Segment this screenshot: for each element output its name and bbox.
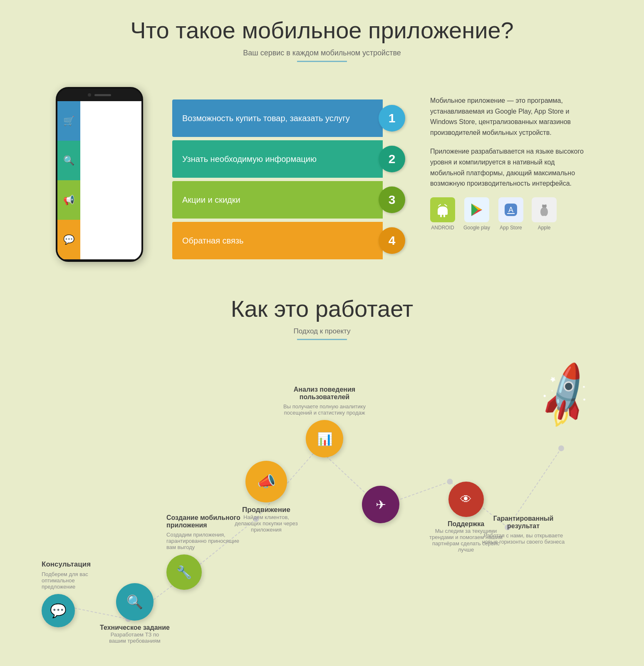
section2-subtitle: Подход к проекту (33, 327, 611, 335)
app-store-label: App Store (500, 225, 522, 231)
phone-top-bar (57, 89, 141, 101)
node-tz-desc: Разработаем ТЗ по вашим требованиям (102, 631, 168, 644)
feature-text-4: Обратная связь (182, 236, 243, 246)
node-analytics-title: Анализ поведения пользователей (283, 386, 366, 401)
svg-line-2 (438, 204, 441, 206)
workflow-node-flight: ✈ (362, 486, 399, 523)
feature-text-3: Акции и скидки (182, 195, 240, 205)
title-underline (297, 61, 347, 62)
feature-item-4: Обратная связь 4 (172, 222, 405, 259)
workflow-node-tz: 🔍 Техническое задание Разработаем ТЗ по … (100, 583, 170, 644)
phone-mockup: 🛒 🔍 📢 💬 (56, 87, 147, 262)
feature-item-1: Возможность купить товар, заказать услуг… (172, 99, 405, 137)
section1-header: Что такое мобильное приложение? Ваш серв… (0, 0, 644, 87)
node-consultation-title: Консультация (42, 560, 91, 569)
right-description: Мобильное приложение — это программа, ус… (430, 87, 588, 231)
feature-text-2: Узнать необходимую информацию (182, 154, 317, 164)
phone-speaker (94, 94, 111, 96)
feature-bar-4: Обратная связь (172, 222, 383, 259)
feature-text-1: Возможность купить товар, заказать услуг… (182, 114, 350, 123)
features-list: Возможность купить товар, заказать услуг… (172, 87, 405, 259)
store-apple: Apple (532, 197, 557, 231)
store-app-store: A App Store (498, 197, 523, 231)
phone-home-btn (95, 261, 104, 262)
main-title: Что такое мобильное приложение? (33, 17, 611, 44)
node-consultation-desc: Подберем для вас оптимальное предложение (42, 571, 108, 590)
svg-point-19 (558, 445, 564, 451)
phone-icon-cart: 🛒 (57, 101, 80, 141)
feature-number-1: 1 (379, 105, 405, 132)
node-consultation-circle: 💬 (42, 594, 75, 627)
google-play-label: Google play (463, 225, 490, 231)
node-result-title: Гарантированный результат (478, 515, 569, 530)
store-android: ANDROID (430, 197, 455, 231)
node-analytics-desc: Вы получаете полную аналитику посещений … (283, 403, 366, 416)
node-support-circle: 👁 (448, 482, 484, 517)
app-store-icon: A (498, 197, 523, 222)
node-flight-circle: ✈ (362, 486, 399, 523)
description-2: Приложение разрабатывается на языке высо… (430, 146, 588, 189)
node-result-desc: Работая с нами, вы открываете новые гори… (478, 532, 569, 545)
rocket-icon: 🚀 (528, 358, 604, 433)
phone-icons-col: 🛒 🔍 📢 💬 (57, 101, 80, 259)
section2-how-it-works: Как это работает Подход к проекту 🚀 Конс… (0, 287, 644, 666)
phone-camera (88, 93, 91, 97)
phone-icon-promo: 📢 (57, 180, 80, 220)
node-analytics-circle: 📊 (306, 420, 343, 457)
phone-icon-feedback: 💬 (57, 220, 80, 259)
apple-label: Apple (538, 225, 551, 231)
feature-number-4: 4 (379, 227, 405, 254)
node-creation-circle: 🔧 (166, 554, 202, 590)
workflow-node-analytics: Анализ поведения пользователей Вы получа… (283, 386, 366, 457)
section2-title: Как это работает (33, 295, 611, 322)
feature-bar-3: Акции и скидки (172, 181, 383, 219)
description-1: Мобильное приложение — это программа, ус… (430, 95, 588, 138)
section2-underline (297, 339, 347, 340)
node-tz-circle: 🔍 (116, 583, 154, 621)
workflow-area: 🚀 Консультация Подберем для вас оптималь… (33, 365, 611, 656)
workflow-node-promotion: 📣 Продвижение Найдем клиентов, делающих … (233, 461, 300, 533)
feature-number-3: 3 (379, 186, 405, 213)
feature-bar-1: Возможность купить товар, заказать услуг… (172, 99, 383, 137)
workflow-node-consultation: Консультация Подберем для вас оптимально… (42, 560, 108, 627)
phone-screen: 🛒 🔍 📢 💬 (57, 101, 141, 259)
node-promotion-title: Продвижение (242, 506, 290, 514)
phone-features-section: 🛒 🔍 📢 💬 Возможность купить товар, заказа… (0, 87, 644, 262)
feature-number-2: 2 (379, 146, 405, 172)
store-google-play: Google play (463, 197, 490, 231)
android-icon (430, 197, 455, 222)
apple-icon (532, 197, 557, 222)
phone-bottom-bar (57, 259, 141, 262)
phone-device: 🛒 🔍 📢 💬 (56, 87, 143, 262)
feature-bar-2: Узнать необходимую информацию (172, 140, 383, 178)
feature-item-3: Акции и скидки 3 (172, 181, 405, 219)
svg-line-3 (445, 204, 447, 206)
feature-item-2: Узнать необходимую информацию 2 (172, 140, 405, 178)
node-tz-title: Техническое задание (100, 624, 170, 631)
store-icons: ANDROID Google play A (430, 197, 588, 231)
workflow-node-result: Гарантированный результат Работая с нами… (478, 515, 569, 545)
svg-text:A: A (508, 206, 513, 214)
subtitle: Ваш сервис в каждом мобильном устройстве (33, 49, 611, 57)
node-promotion-circle: 📣 (245, 461, 287, 502)
phone-icon-search: 🔍 (57, 141, 80, 180)
node-creation-desc: Создадим приложения, гарантированно прин… (166, 532, 241, 550)
google-play-icon (464, 197, 489, 222)
svg-marker-5 (471, 204, 478, 216)
android-label: ANDROID (431, 225, 454, 231)
node-promotion-desc: Найдем клиентов, делающих покупки через … (233, 514, 300, 533)
